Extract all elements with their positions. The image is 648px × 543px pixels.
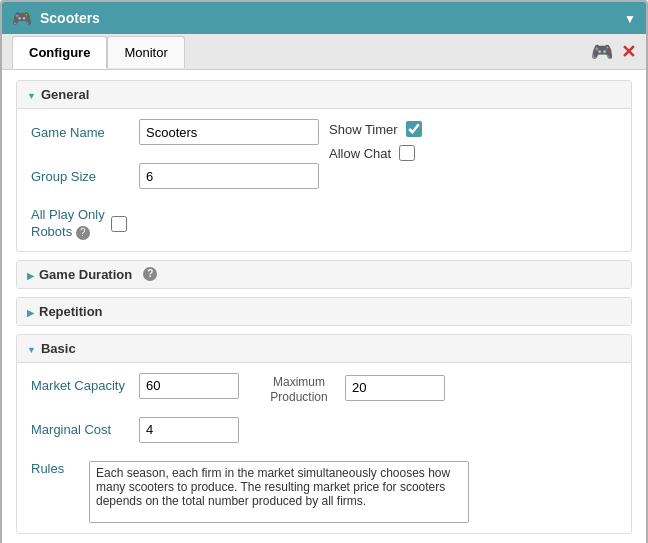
dropdown-arrow-icon[interactable]: ▼ [624,12,636,26]
rules-label: Rules [31,461,81,476]
content-area: General Game Name Group Size [2,70,646,543]
game-name-label: Game Name [31,125,131,140]
game-duration-section: Game Duration ? [16,260,632,289]
title-bar-left: 🎮 Scooters [12,9,100,28]
general-right: Show Timer Allow Chat [329,119,617,161]
marginal-cost-label: Marginal Cost [31,422,131,437]
show-timer-row: Show Timer [329,121,617,137]
game-duration-help-icon[interactable]: ? [143,267,157,281]
game-name-input[interactable] [139,119,319,145]
main-window: 🎮 Scooters ▼ Configure Monitor 🎮 ✕ Gener… [0,0,648,543]
repetition-section-title: Repetition [39,304,103,319]
marginal-cost-input[interactable] [139,417,239,443]
group-size-label: Group Size [31,169,131,184]
general-arrow-icon [27,87,36,102]
general-section: General Game Name Group Size [16,80,632,252]
help-icon[interactable]: ? [76,226,90,240]
max-production-input[interactable] [345,375,445,401]
rules-row: Rules Each season, each firm in the mark… [31,461,617,523]
max-production-label: Maximum Production [259,375,339,406]
show-timer-checkbox[interactable] [406,121,422,137]
game-duration-section-header[interactable]: Game Duration ? [17,261,631,288]
tab-bar-icons: 🎮 ✕ [591,41,636,63]
basic-section: Basic Market Capacity Marginal Cost [16,334,632,534]
basic-section-header[interactable]: Basic [17,335,631,363]
basic-arrow-icon [27,341,36,356]
repetition-arrow-icon [27,304,34,319]
market-capacity-label: Market Capacity [31,378,131,393]
game-duration-section-title: Game Duration [39,267,132,282]
game-name-row: Game Name [31,119,319,145]
general-section-header[interactable]: General [17,81,631,109]
title-bar-right: ▼ [624,9,636,27]
allow-chat-row: Allow Chat [329,145,617,161]
game-duration-arrow-icon [27,267,34,282]
close-button[interactable]: ✕ [621,41,636,63]
basic-section-title: Basic [41,341,76,356]
title-bar: 🎮 Scooters ▼ [2,2,646,34]
show-timer-label: Show Timer [329,122,398,137]
tab-bar: Configure Monitor 🎮 ✕ [2,34,646,70]
gamepad-icon: 🎮 [591,41,613,63]
allow-chat-label: Allow Chat [329,146,391,161]
market-capacity-row: Market Capacity [31,373,239,399]
general-section-title: General [41,87,89,102]
tabs: Configure Monitor [12,36,185,68]
market-capacity-input[interactable] [139,373,239,399]
all-play-label: All Play OnlyRobots ? [31,207,105,241]
all-play-checkbox[interactable] [111,216,127,232]
group-size-input[interactable] [139,163,319,189]
all-play-row: All Play OnlyRobots ? [31,207,319,241]
general-left: Game Name Group Size All Play OnlyRobots… [31,119,319,241]
marginal-cost-row: Marginal Cost [31,417,239,443]
tab-monitor[interactable]: Monitor [107,36,184,68]
window-title: Scooters [40,10,100,26]
game-icon: 🎮 [12,9,32,28]
group-size-row: Group Size [31,163,319,189]
repetition-section: Repetition [16,297,632,326]
tab-configure[interactable]: Configure [12,36,107,69]
basic-section-body: Market Capacity Marginal Cost Maximum Pr… [17,363,631,533]
repetition-section-header[interactable]: Repetition [17,298,631,325]
general-section-body: Game Name Group Size All Play OnlyRobots… [17,109,631,251]
rules-textarea[interactable]: Each season, each firm in the market sim… [89,461,469,523]
allow-chat-checkbox[interactable] [399,145,415,161]
